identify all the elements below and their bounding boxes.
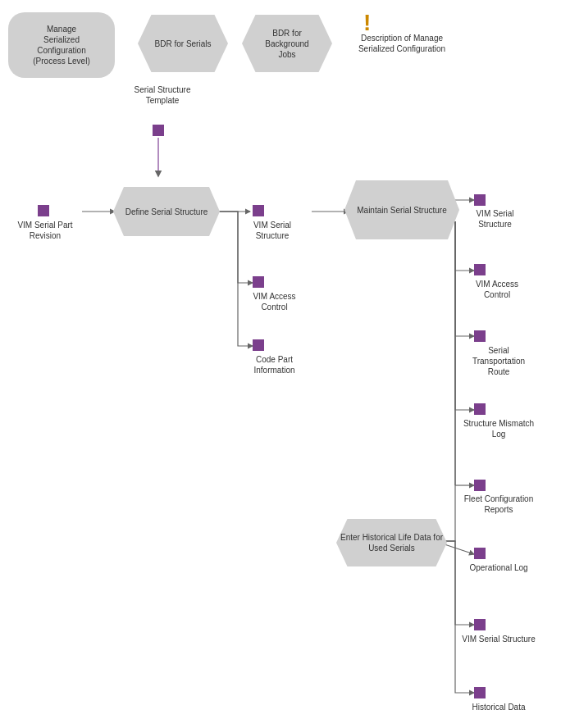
vim-serial-structure-3-label: VIM Serial Structure	[462, 634, 536, 644]
define-serial-structure: Define Serial Structure	[113, 187, 220, 236]
fleet-config-reports-icon	[474, 480, 486, 491]
fleet-config-reports-label: Fleet Configuration Reports	[462, 494, 536, 515]
enter-historical-label: Enter Historical Life Data for Used Seri…	[336, 532, 447, 553]
description-label: Description of Manage Serialized Configu…	[349, 33, 455, 54]
bdr-background: BDR for Background Jobs	[242, 15, 332, 72]
vim-access-control-1-icon	[253, 276, 264, 288]
vim-serial-part-revision-icon	[38, 205, 49, 216]
vim-access-control-1-label: VIM Access Control	[244, 291, 305, 312]
vim-serial-part-revision-label: VIM Serial Part Revision	[12, 220, 78, 241]
vim-serial-structure-3-icon	[474, 619, 486, 630]
vim-serial-structure-2-icon	[474, 194, 486, 206]
vim-access-control-2-icon	[474, 264, 486, 275]
manage-serialized-config: Manage Serialized Configuration (Process…	[8, 12, 115, 78]
vim-serial-structure-1-icon	[253, 205, 264, 216]
historical-data-icon	[474, 687, 486, 698]
enter-historical: Enter Historical Life Data for Used Seri…	[336, 519, 447, 566]
serial-transport-route-label: Serial Transportation Route	[462, 345, 536, 377]
maintain-serial-structure-label: Maintain Serial Structure	[357, 205, 447, 216]
bdr-background-label: BDR for Background Jobs	[265, 28, 308, 60]
bdr-serials-label: BDR for Serials	[155, 39, 212, 49]
vim-serial-structure-1-label: VIM Serial Structure	[244, 220, 301, 241]
operational-log-icon	[474, 548, 486, 559]
structure-mismatch-log-label: Structure Mismatch Log	[462, 418, 536, 439]
serial-transport-route-icon	[474, 330, 486, 342]
structure-mismatch-log-icon	[474, 403, 486, 415]
vim-serial-structure-2-label: VIM Serial Structure	[464, 208, 526, 230]
serial-structure-template-icon	[153, 125, 164, 136]
code-part-info-label: Code Part Information	[244, 354, 305, 375]
maintain-serial-structure: Maintain Serial Structure	[344, 180, 459, 239]
operational-log-label: Operational Log	[462, 562, 536, 573]
code-part-info-icon	[253, 339, 264, 351]
vim-access-control-2-label: VIM Access Control	[464, 279, 530, 300]
diagram-container: Manage Serialized Configuration (Process…	[0, 0, 561, 728]
serial-structure-template-label: Serial Structure Template	[130, 84, 195, 106]
historical-data-label: Historical Data	[462, 702, 536, 712]
define-serial-structure-label: Define Serial Structure	[125, 207, 208, 217]
bdr-serials: BDR for Serials	[138, 15, 228, 72]
manage-serialized-label: Manage Serialized Configuration (Process…	[33, 24, 89, 66]
